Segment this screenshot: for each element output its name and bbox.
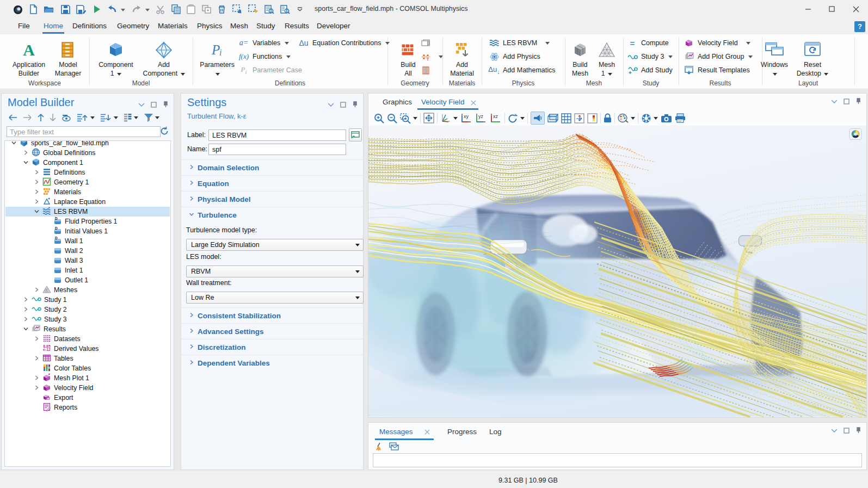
svg-text:D: D [55,226,58,230]
svg-text:xz: xz [493,114,498,119]
svg-text:i: i [219,48,221,57]
svg-text:P: P [211,42,220,57]
svg-text:xy: xy [464,114,469,119]
svg-text:D: D [55,217,58,220]
svg-text:yz: yz [478,114,484,119]
svg-text:A: A [23,41,35,59]
svg-text:D: D [55,236,58,240]
